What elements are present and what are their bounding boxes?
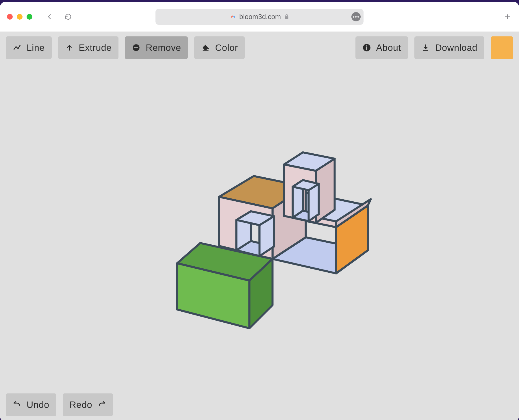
undo-button[interactable]: Undo xyxy=(6,393,56,416)
refresh-button[interactable] xyxy=(62,11,74,23)
window-close-button[interactable] xyxy=(7,14,13,20)
new-tab-button[interactable]: + xyxy=(505,11,510,22)
scene-model xyxy=(112,113,407,350)
window-minimize-button[interactable] xyxy=(17,14,23,20)
bottom-toolbar: Undo Redo xyxy=(6,393,113,416)
browser-window: bloom3d.com ••• + Line Extrude xyxy=(0,2,519,420)
redo-label: Redo xyxy=(70,399,92,410)
scene-canvas[interactable] xyxy=(0,32,519,420)
window-zoom-button[interactable] xyxy=(27,14,32,20)
traffic-lights xyxy=(7,14,32,20)
address-bar[interactable]: bloom3d.com ••• xyxy=(155,9,364,25)
back-button[interactable] xyxy=(44,11,55,23)
svg-rect-0 xyxy=(285,16,288,19)
redo-icon xyxy=(97,400,106,409)
undo-label: Undo xyxy=(27,399,49,410)
browser-chrome: bloom3d.com ••• + xyxy=(0,2,519,32)
undo-icon xyxy=(13,400,21,409)
address-bar-host: bloom3d.com xyxy=(239,13,281,21)
app-viewport: Line Extrude Remove Color xyxy=(0,32,519,420)
reader-mode-button[interactable]: ••• xyxy=(351,12,361,21)
lock-icon xyxy=(284,14,290,20)
redo-button[interactable]: Redo xyxy=(63,393,113,416)
site-favicon-icon xyxy=(229,13,236,20)
